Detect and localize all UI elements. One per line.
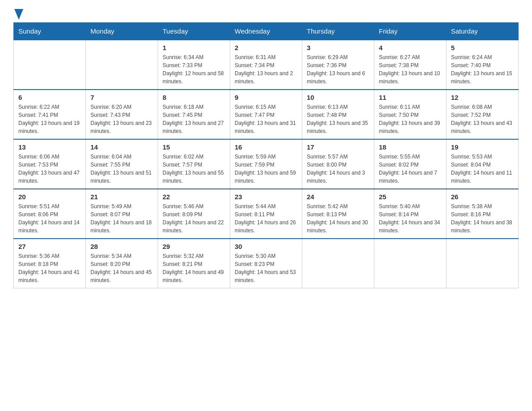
calendar-cell: 20Sunrise: 5:51 AMSunset: 8:06 PMDayligh… — [14, 189, 86, 239]
day-info: Sunrise: 6:08 AMSunset: 7:52 PMDaylight:… — [451, 103, 514, 135]
day-number: 19 — [451, 143, 514, 151]
day-info: Sunrise: 5:36 AMSunset: 8:18 PMDaylight:… — [18, 252, 81, 284]
weekday-header-sunday: Sunday — [14, 23, 86, 40]
calendar-cell: 25Sunrise: 5:40 AMSunset: 8:14 PMDayligh… — [374, 189, 446, 239]
day-number: 28 — [90, 243, 153, 250]
day-number: 3 — [307, 44, 369, 51]
weekday-header-thursday: Thursday — [302, 23, 374, 40]
calendar-cell — [446, 239, 519, 288]
day-number: 14 — [90, 143, 153, 151]
day-info: Sunrise: 6:22 AMSunset: 7:41 PMDaylight:… — [18, 103, 81, 135]
calendar-cell: 3Sunrise: 6:29 AMSunset: 7:36 PMDaylight… — [302, 40, 374, 90]
logo — [13, 9, 23, 18]
day-number: 22 — [163, 193, 225, 201]
day-info: Sunrise: 6:04 AMSunset: 7:55 PMDaylight:… — [90, 153, 153, 185]
calendar-cell — [14, 40, 86, 90]
page-header — [13, 9, 519, 18]
calendar-cell: 10Sunrise: 6:13 AMSunset: 7:48 PMDayligh… — [302, 90, 374, 139]
day-info: Sunrise: 6:02 AMSunset: 7:57 PMDaylight:… — [163, 153, 225, 185]
calendar-cell — [302, 239, 374, 288]
day-info: Sunrise: 6:20 AMSunset: 7:43 PMDaylight:… — [90, 103, 153, 135]
day-number: 10 — [307, 94, 369, 101]
day-info: Sunrise: 5:57 AMSunset: 8:00 PMDaylight:… — [307, 153, 369, 185]
calendar-cell: 5Sunrise: 6:24 AMSunset: 7:40 PMDaylight… — [446, 40, 519, 90]
day-number: 18 — [379, 143, 442, 151]
day-number: 27 — [18, 243, 81, 250]
day-info: Sunrise: 5:46 AMSunset: 8:09 PMDaylight:… — [163, 202, 225, 235]
day-info: Sunrise: 6:18 AMSunset: 7:45 PMDaylight:… — [163, 103, 225, 135]
day-info: Sunrise: 5:53 AMSunset: 8:04 PMDaylight:… — [451, 153, 514, 185]
weekday-header-wednesday: Wednesday — [230, 23, 302, 40]
day-number: 15 — [163, 143, 225, 151]
calendar-cell: 27Sunrise: 5:36 AMSunset: 8:18 PMDayligh… — [14, 239, 86, 288]
weekday-header-saturday: Saturday — [446, 23, 519, 40]
day-number: 2 — [235, 44, 297, 51]
weekday-header-tuesday: Tuesday — [158, 23, 230, 40]
day-number: 29 — [163, 243, 225, 250]
day-number: 21 — [90, 193, 153, 201]
calendar-week-row: 13Sunrise: 6:06 AMSunset: 7:53 PMDayligh… — [14, 139, 519, 189]
day-info: Sunrise: 6:27 AMSunset: 7:38 PMDaylight:… — [379, 53, 442, 86]
day-number: 23 — [235, 193, 297, 201]
day-number: 4 — [379, 44, 442, 51]
day-info: Sunrise: 5:32 AMSunset: 8:21 PMDaylight:… — [163, 252, 225, 284]
weekday-header-monday: Monday — [86, 23, 158, 40]
day-info: Sunrise: 5:44 AMSunset: 8:11 PMDaylight:… — [235, 202, 297, 235]
day-info: Sunrise: 5:38 AMSunset: 8:16 PMDaylight:… — [451, 202, 514, 235]
calendar-cell: 30Sunrise: 5:30 AMSunset: 8:23 PMDayligh… — [230, 239, 302, 288]
day-info: Sunrise: 6:24 AMSunset: 7:40 PMDaylight:… — [451, 53, 514, 86]
calendar-cell: 15Sunrise: 6:02 AMSunset: 7:57 PMDayligh… — [158, 139, 230, 189]
calendar-cell: 16Sunrise: 5:59 AMSunset: 7:59 PMDayligh… — [230, 139, 302, 189]
calendar-cell: 7Sunrise: 6:20 AMSunset: 7:43 PMDaylight… — [86, 90, 158, 139]
day-number: 11 — [379, 94, 442, 101]
day-number: 24 — [307, 193, 369, 201]
calendar-week-row: 20Sunrise: 5:51 AMSunset: 8:06 PMDayligh… — [14, 189, 519, 239]
day-info: Sunrise: 5:55 AMSunset: 8:02 PMDaylight:… — [379, 153, 442, 185]
day-info: Sunrise: 6:15 AMSunset: 7:47 PMDaylight:… — [235, 103, 297, 135]
day-number: 17 — [307, 143, 369, 151]
calendar-cell — [374, 239, 446, 288]
calendar-cell: 1Sunrise: 6:34 AMSunset: 7:33 PMDaylight… — [158, 40, 230, 90]
weekday-header-friday: Friday — [374, 23, 446, 40]
calendar-cell: 22Sunrise: 5:46 AMSunset: 8:09 PMDayligh… — [158, 189, 230, 239]
svg-marker-0 — [14, 9, 23, 20]
calendar-cell: 4Sunrise: 6:27 AMSunset: 7:38 PMDaylight… — [374, 40, 446, 90]
day-info: Sunrise: 6:34 AMSunset: 7:33 PMDaylight:… — [163, 53, 225, 86]
day-number: 30 — [235, 243, 297, 250]
day-info: Sunrise: 6:06 AMSunset: 7:53 PMDaylight:… — [18, 153, 81, 185]
calendar-cell: 24Sunrise: 5:42 AMSunset: 8:13 PMDayligh… — [302, 189, 374, 239]
calendar-cell: 14Sunrise: 6:04 AMSunset: 7:55 PMDayligh… — [86, 139, 158, 189]
calendar-cell: 17Sunrise: 5:57 AMSunset: 8:00 PMDayligh… — [302, 139, 374, 189]
day-number: 13 — [18, 143, 81, 151]
day-info: Sunrise: 5:51 AMSunset: 8:06 PMDaylight:… — [18, 202, 81, 235]
day-info: Sunrise: 6:29 AMSunset: 7:36 PMDaylight:… — [307, 53, 369, 86]
calendar-cell: 6Sunrise: 6:22 AMSunset: 7:41 PMDaylight… — [14, 90, 86, 139]
day-info: Sunrise: 5:59 AMSunset: 7:59 PMDaylight:… — [235, 153, 297, 185]
calendar-table: SundayMondayTuesdayWednesdayThursdayFrid… — [13, 22, 519, 288]
calendar-cell: 12Sunrise: 6:08 AMSunset: 7:52 PMDayligh… — [446, 90, 519, 139]
day-info: Sunrise: 5:49 AMSunset: 8:07 PMDaylight:… — [90, 202, 153, 235]
calendar-cell — [86, 40, 158, 90]
calendar-week-row: 27Sunrise: 5:36 AMSunset: 8:18 PMDayligh… — [14, 239, 519, 288]
day-number: 8 — [163, 94, 225, 101]
day-info: Sunrise: 6:31 AMSunset: 7:34 PMDaylight:… — [235, 53, 297, 86]
day-info: Sunrise: 5:40 AMSunset: 8:14 PMDaylight:… — [379, 202, 442, 235]
day-info: Sunrise: 5:30 AMSunset: 8:23 PMDaylight:… — [235, 252, 297, 284]
day-number: 16 — [235, 143, 297, 151]
calendar-cell: 29Sunrise: 5:32 AMSunset: 8:21 PMDayligh… — [158, 239, 230, 288]
calendar-week-row: 6Sunrise: 6:22 AMSunset: 7:41 PMDaylight… — [14, 90, 519, 139]
calendar-week-row: 1Sunrise: 6:34 AMSunset: 7:33 PMDaylight… — [14, 40, 519, 90]
calendar-cell: 2Sunrise: 6:31 AMSunset: 7:34 PMDaylight… — [230, 40, 302, 90]
calendar-cell: 23Sunrise: 5:44 AMSunset: 8:11 PMDayligh… — [230, 189, 302, 239]
day-number: 7 — [90, 94, 153, 101]
day-number: 5 — [451, 44, 514, 51]
day-info: Sunrise: 5:42 AMSunset: 8:13 PMDaylight:… — [307, 202, 369, 235]
calendar-cell: 11Sunrise: 6:11 AMSunset: 7:50 PMDayligh… — [374, 90, 446, 139]
calendar-cell: 8Sunrise: 6:18 AMSunset: 7:45 PMDaylight… — [158, 90, 230, 139]
calendar-cell: 26Sunrise: 5:38 AMSunset: 8:16 PMDayligh… — [446, 189, 519, 239]
weekday-header-row: SundayMondayTuesdayWednesdayThursdayFrid… — [14, 23, 519, 40]
day-info: Sunrise: 5:34 AMSunset: 8:20 PMDaylight:… — [90, 252, 153, 284]
day-info: Sunrise: 6:11 AMSunset: 7:50 PMDaylight:… — [379, 103, 442, 135]
day-info: Sunrise: 6:13 AMSunset: 7:48 PMDaylight:… — [307, 103, 369, 135]
day-number: 9 — [235, 94, 297, 101]
